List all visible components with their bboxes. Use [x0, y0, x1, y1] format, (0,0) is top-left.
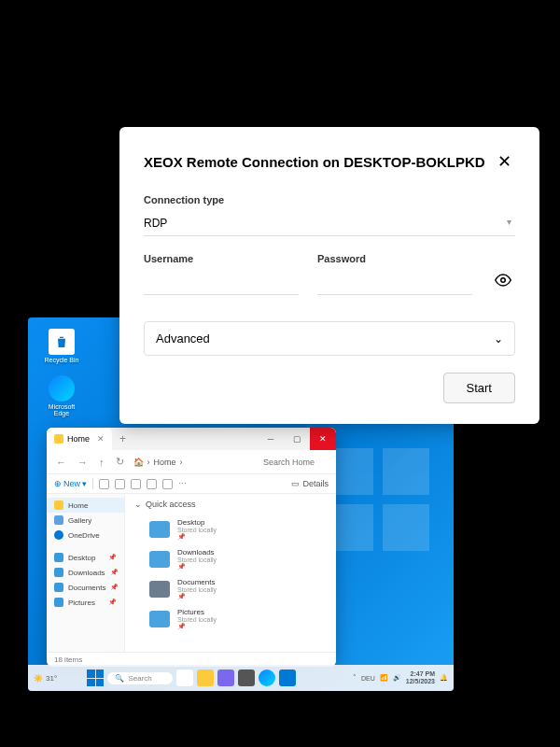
paste-icon[interactable]	[131, 479, 141, 489]
forward-button[interactable]: →	[76, 455, 90, 470]
network-icon[interactable]: 📶	[380, 674, 388, 682]
app-taskbar-icon[interactable]	[238, 669, 255, 686]
recycle-bin-icon	[49, 329, 75, 355]
store-taskbar-icon[interactable]	[279, 669, 296, 686]
folder-item-pictures[interactable]: PicturesStored locally📌	[134, 604, 327, 634]
eye-icon	[495, 272, 511, 289]
tray-chevron-icon[interactable]: ˄	[353, 674, 357, 682]
pin-icon: 📌	[110, 569, 119, 576]
sidebar-item-desktop[interactable]: Desktop📌	[47, 550, 124, 565]
language-indicator[interactable]: DEU	[361, 675, 375, 682]
close-button[interactable]: ✕	[494, 148, 515, 176]
new-tab-button[interactable]: +	[112, 432, 133, 445]
task-view-icon[interactable]	[176, 669, 193, 686]
connection-type-select[interactable]: RDP	[144, 211, 515, 236]
rename-icon[interactable]	[147, 479, 157, 489]
sidebar-item-home[interactable]: Home	[47, 498, 124, 513]
recycle-bin-desktop-icon[interactable]: Recycle Bin	[41, 329, 82, 363]
folder-item-documents[interactable]: DocumentsStored locally📌	[134, 574, 327, 604]
explorer-tab-home[interactable]: Home ✕	[47, 428, 112, 450]
sidebar-item-pictures[interactable]: Pictures📌	[47, 595, 124, 610]
share-icon[interactable]	[162, 479, 173, 489]
up-button[interactable]: ↑	[97, 455, 106, 470]
home-icon: 🏠	[133, 458, 144, 467]
explorer-tab-bar: Home ✕ + ─ ▢ ✕	[47, 428, 336, 450]
taskbar-search[interactable]: 🔍 Search	[107, 672, 173, 684]
minimize-button[interactable]: ─	[258, 428, 284, 450]
notifications-icon[interactable]: 🔔	[440, 674, 448, 682]
file-explorer-window: Home ✕ + ─ ▢ ✕ ← → ↑ ↻ 🏠 › Home › ⊕ N	[47, 428, 336, 667]
advanced-label: Advanced	[156, 331, 210, 345]
chat-taskbar-icon[interactable]	[217, 669, 234, 686]
pin-icon: 📌	[108, 599, 117, 606]
refresh-button[interactable]: ↻	[114, 454, 126, 470]
back-button[interactable]: ←	[54, 455, 68, 470]
maximize-button[interactable]: ▢	[284, 428, 310, 450]
new-button[interactable]: ⊕ New ▾	[54, 479, 87, 488]
sidebar-item-onedrive[interactable]: OneDrive	[47, 528, 124, 543]
chevron-down-icon: ⌄	[134, 500, 142, 509]
tab-close-icon[interactable]: ✕	[97, 434, 105, 444]
clock[interactable]: 2:47 PM12/5/2023	[406, 670, 435, 684]
weather-widget[interactable]: ☀️ 31°	[34, 674, 57, 683]
cut-icon[interactable]	[99, 479, 109, 489]
folder-item-desktop[interactable]: DesktopStored locally📌	[134, 514, 327, 544]
breadcrumb[interactable]: 🏠 › Home ›	[133, 458, 257, 467]
view-details-button[interactable]: ▭ Details	[291, 479, 329, 488]
edge-icon	[49, 375, 75, 402]
start-button[interactable]: Start	[443, 373, 515, 403]
more-icon[interactable]: ⋯	[178, 479, 187, 488]
sidebar-item-gallery[interactable]: Gallery	[47, 513, 124, 528]
connection-type-label: Connection type	[144, 194, 515, 205]
connection-dialog: XEOX Remote Connection on DESKTOP-BOKLPK…	[119, 127, 539, 424]
advanced-toggle[interactable]: Advanced ⌄	[144, 321, 515, 356]
quick-access-section[interactable]: ⌄Quick access	[134, 500, 327, 509]
volume-icon[interactable]: 🔊	[393, 674, 401, 682]
taskbar: ☀️ 31° 🔍 Search ˄ DEU 📶 🔊 2:47 PM12/5/20…	[28, 665, 454, 691]
toggle-password-visibility-button[interactable]	[491, 268, 515, 295]
copy-icon[interactable]	[115, 479, 125, 489]
chevron-down-icon: ⌄	[494, 332, 503, 345]
folder-item-downloads[interactable]: DownloadsStored locally📌	[134, 544, 327, 574]
username-label: Username	[144, 253, 299, 264]
password-input[interactable]	[317, 270, 472, 295]
pin-icon: 📌	[110, 584, 119, 591]
edge-desktop-icon[interactable]: Microsoft Edge	[41, 375, 82, 416]
sidebar-item-documents[interactable]: Documents📌	[47, 580, 124, 595]
dialog-title: XEOX Remote Connection on DESKTOP-BOKLPK…	[144, 154, 485, 170]
pin-icon: 📌	[108, 554, 117, 561]
explorer-command-bar: ⊕ New ▾ ⋯ ▭ Details	[47, 474, 336, 494]
start-button[interactable]	[87, 669, 104, 686]
explorer-sidebar: Home Gallery OneDrive Desktop📌 Downloads…	[47, 494, 125, 652]
edge-taskbar-icon[interactable]	[259, 669, 275, 686]
explorer-taskbar-icon[interactable]	[197, 669, 214, 686]
explorer-main-pane: ⌄Quick access DesktopStored locally📌 Dow…	[125, 494, 336, 652]
windows-logo	[327, 448, 429, 551]
close-window-button[interactable]: ✕	[310, 428, 336, 450]
explorer-nav-bar: ← → ↑ ↻ 🏠 › Home ›	[47, 450, 336, 474]
password-label: Password	[317, 253, 472, 264]
home-icon	[54, 434, 63, 444]
sidebar-item-downloads[interactable]: Downloads📌	[47, 565, 124, 580]
username-input[interactable]	[144, 270, 299, 295]
explorer-search-input[interactable]	[263, 458, 329, 467]
svg-point-0	[501, 278, 506, 283]
